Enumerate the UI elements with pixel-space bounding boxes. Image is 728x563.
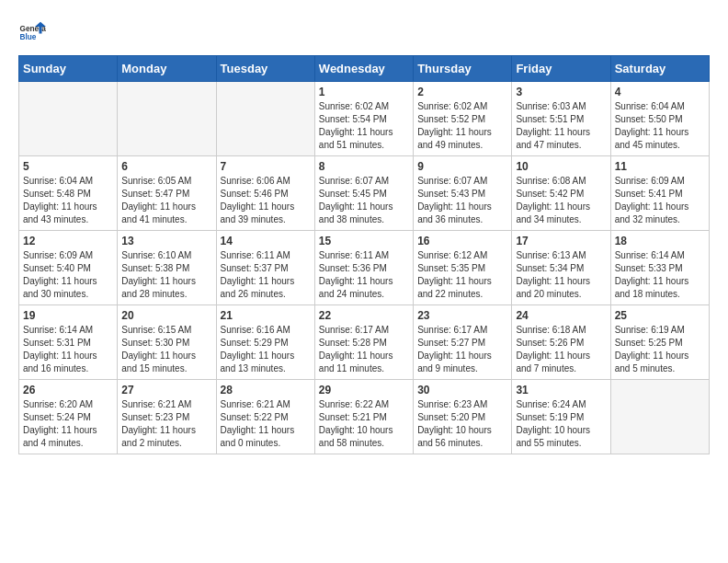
calendar-day-cell: 17Sunrise: 6:13 AMSunset: 5:34 PMDayligh… <box>512 231 610 305</box>
day-number: 1 <box>319 86 409 98</box>
day-info: Sunrise: 6:03 AMSunset: 5:51 PMDaylight:… <box>516 100 606 152</box>
weekday-header: Thursday <box>414 56 512 82</box>
svg-text:Blue: Blue <box>20 33 37 41</box>
calendar-day-cell: 14Sunrise: 6:11 AMSunset: 5:37 PMDayligh… <box>216 231 314 305</box>
weekday-header: Wednesday <box>314 56 413 82</box>
day-number: 22 <box>319 309 409 322</box>
calendar-day-cell: 4Sunrise: 6:04 AMSunset: 5:50 PMDaylight… <box>610 82 709 156</box>
calendar-day-cell: 20Sunrise: 6:15 AMSunset: 5:30 PMDayligh… <box>118 305 216 380</box>
day-info: Sunrise: 6:22 AMSunset: 5:21 PMDaylight:… <box>319 398 409 450</box>
calendar-day-cell: 15Sunrise: 6:11 AMSunset: 5:36 PMDayligh… <box>314 231 413 305</box>
calendar-day-cell: 2Sunrise: 6:02 AMSunset: 5:52 PMDaylight… <box>414 82 512 156</box>
day-number: 18 <box>615 235 705 247</box>
day-number: 4 <box>615 86 705 98</box>
calendar-day-cell: 29Sunrise: 6:22 AMSunset: 5:21 PMDayligh… <box>314 380 413 454</box>
calendar-day-cell: 27Sunrise: 6:21 AMSunset: 5:23 PMDayligh… <box>118 380 216 454</box>
calendar-day-cell: 24Sunrise: 6:18 AMSunset: 5:26 PMDayligh… <box>512 305 610 380</box>
day-info: Sunrise: 6:09 AMSunset: 5:41 PMDaylight:… <box>615 175 705 226</box>
day-info: Sunrise: 6:18 AMSunset: 5:26 PMDaylight:… <box>516 324 606 375</box>
day-info: Sunrise: 6:10 AMSunset: 5:38 PMDaylight:… <box>121 249 211 301</box>
day-number: 6 <box>121 160 211 173</box>
day-number: 17 <box>516 235 606 247</box>
day-info: Sunrise: 6:17 AMSunset: 5:28 PMDaylight:… <box>319 324 409 375</box>
day-info: Sunrise: 6:07 AMSunset: 5:43 PMDaylight:… <box>417 175 507 226</box>
weekday-header: Monday <box>118 56 216 82</box>
day-info: Sunrise: 6:24 AMSunset: 5:19 PMDaylight:… <box>516 398 606 450</box>
calendar-day-cell: 10Sunrise: 6:08 AMSunset: 5:42 PMDayligh… <box>512 156 610 231</box>
calendar-week-row: 19Sunrise: 6:14 AMSunset: 5:31 PMDayligh… <box>19 305 710 380</box>
day-info: Sunrise: 6:14 AMSunset: 5:33 PMDaylight:… <box>615 249 705 301</box>
day-info: Sunrise: 6:17 AMSunset: 5:27 PMDaylight:… <box>417 324 507 375</box>
day-number: 2 <box>417 86 507 98</box>
day-number: 8 <box>319 160 409 173</box>
day-number: 24 <box>516 309 606 322</box>
day-number: 30 <box>417 384 507 396</box>
day-info: Sunrise: 6:11 AMSunset: 5:36 PMDaylight:… <box>319 249 409 301</box>
weekday-header: Sunday <box>19 56 118 82</box>
calendar-day-cell: 1Sunrise: 6:02 AMSunset: 5:54 PMDaylight… <box>314 82 413 156</box>
calendar-day-cell: 26Sunrise: 6:20 AMSunset: 5:24 PMDayligh… <box>19 380 118 454</box>
calendar-day-cell: 5Sunrise: 6:04 AMSunset: 5:48 PMDaylight… <box>19 156 118 231</box>
day-number: 13 <box>121 235 211 247</box>
calendar-day-cell: 13Sunrise: 6:10 AMSunset: 5:38 PMDayligh… <box>118 231 216 305</box>
weekday-header-row: SundayMondayTuesdayWednesdayThursdayFrid… <box>19 56 710 82</box>
calendar-day-cell: 30Sunrise: 6:23 AMSunset: 5:20 PMDayligh… <box>414 380 512 454</box>
calendar-day-cell: 11Sunrise: 6:09 AMSunset: 5:41 PMDayligh… <box>610 156 709 231</box>
calendar-day-cell: 25Sunrise: 6:19 AMSunset: 5:25 PMDayligh… <box>610 305 709 380</box>
day-info: Sunrise: 6:14 AMSunset: 5:31 PMDaylight:… <box>23 324 113 375</box>
calendar-day-cell <box>19 82 118 156</box>
calendar-day-cell: 3Sunrise: 6:03 AMSunset: 5:51 PMDaylight… <box>512 82 610 156</box>
calendar-day-cell: 12Sunrise: 6:09 AMSunset: 5:40 PMDayligh… <box>19 231 118 305</box>
day-info: Sunrise: 6:11 AMSunset: 5:37 PMDaylight:… <box>221 249 311 301</box>
calendar-day-cell: 23Sunrise: 6:17 AMSunset: 5:27 PMDayligh… <box>414 305 512 380</box>
day-number: 20 <box>121 309 211 322</box>
weekday-header: Friday <box>512 56 610 82</box>
calendar-week-row: 12Sunrise: 6:09 AMSunset: 5:40 PMDayligh… <box>19 231 710 305</box>
calendar-day-cell <box>216 82 314 156</box>
calendar-day-cell: 28Sunrise: 6:21 AMSunset: 5:22 PMDayligh… <box>216 380 314 454</box>
calendar-day-cell <box>118 82 216 156</box>
logo: General Blue <box>18 18 46 46</box>
day-number: 31 <box>516 384 606 396</box>
day-number: 28 <box>221 384 311 396</box>
page-header: General Blue <box>18 18 710 46</box>
day-number: 29 <box>319 384 409 396</box>
day-info: Sunrise: 6:21 AMSunset: 5:22 PMDaylight:… <box>221 398 311 450</box>
day-number: 23 <box>417 309 507 322</box>
calendar-day-cell: 18Sunrise: 6:14 AMSunset: 5:33 PMDayligh… <box>610 231 709 305</box>
day-number: 14 <box>221 235 311 247</box>
day-info: Sunrise: 6:06 AMSunset: 5:46 PMDaylight:… <box>221 175 311 226</box>
day-number: 16 <box>417 235 507 247</box>
calendar-day-cell: 6Sunrise: 6:05 AMSunset: 5:47 PMDaylight… <box>118 156 216 231</box>
day-number: 26 <box>23 384 113 396</box>
day-number: 9 <box>417 160 507 173</box>
day-info: Sunrise: 6:08 AMSunset: 5:42 PMDaylight:… <box>516 175 606 226</box>
day-number: 25 <box>615 309 705 322</box>
calendar-day-cell: 22Sunrise: 6:17 AMSunset: 5:28 PMDayligh… <box>314 305 413 380</box>
calendar-table: SundayMondayTuesdayWednesdayThursdayFrid… <box>18 55 710 454</box>
day-info: Sunrise: 6:07 AMSunset: 5:45 PMDaylight:… <box>319 175 409 226</box>
calendar-day-cell: 21Sunrise: 6:16 AMSunset: 5:29 PMDayligh… <box>216 305 314 380</box>
calendar-day-cell <box>610 380 709 454</box>
day-info: Sunrise: 6:23 AMSunset: 5:20 PMDaylight:… <box>417 398 507 450</box>
day-number: 10 <box>516 160 606 173</box>
day-info: Sunrise: 6:15 AMSunset: 5:30 PMDaylight:… <box>121 324 211 375</box>
calendar-day-cell: 7Sunrise: 6:06 AMSunset: 5:46 PMDaylight… <box>216 156 314 231</box>
day-info: Sunrise: 6:20 AMSunset: 5:24 PMDaylight:… <box>23 398 113 450</box>
calendar-week-row: 1Sunrise: 6:02 AMSunset: 5:54 PMDaylight… <box>19 82 710 156</box>
day-number: 27 <box>121 384 211 396</box>
day-number: 12 <box>23 235 113 247</box>
day-number: 7 <box>221 160 311 173</box>
day-info: Sunrise: 6:16 AMSunset: 5:29 PMDaylight:… <box>221 324 311 375</box>
day-info: Sunrise: 6:12 AMSunset: 5:35 PMDaylight:… <box>417 249 507 301</box>
day-number: 5 <box>23 160 113 173</box>
day-info: Sunrise: 6:04 AMSunset: 5:50 PMDaylight:… <box>615 100 705 152</box>
day-number: 19 <box>23 309 113 322</box>
calendar-week-row: 5Sunrise: 6:04 AMSunset: 5:48 PMDaylight… <box>19 156 710 231</box>
logo-icon: General Blue <box>18 18 46 46</box>
day-info: Sunrise: 6:02 AMSunset: 5:54 PMDaylight:… <box>319 100 409 152</box>
day-info: Sunrise: 6:21 AMSunset: 5:23 PMDaylight:… <box>121 398 211 450</box>
weekday-header: Tuesday <box>216 56 314 82</box>
day-info: Sunrise: 6:13 AMSunset: 5:34 PMDaylight:… <box>516 249 606 301</box>
calendar-day-cell: 16Sunrise: 6:12 AMSunset: 5:35 PMDayligh… <box>414 231 512 305</box>
